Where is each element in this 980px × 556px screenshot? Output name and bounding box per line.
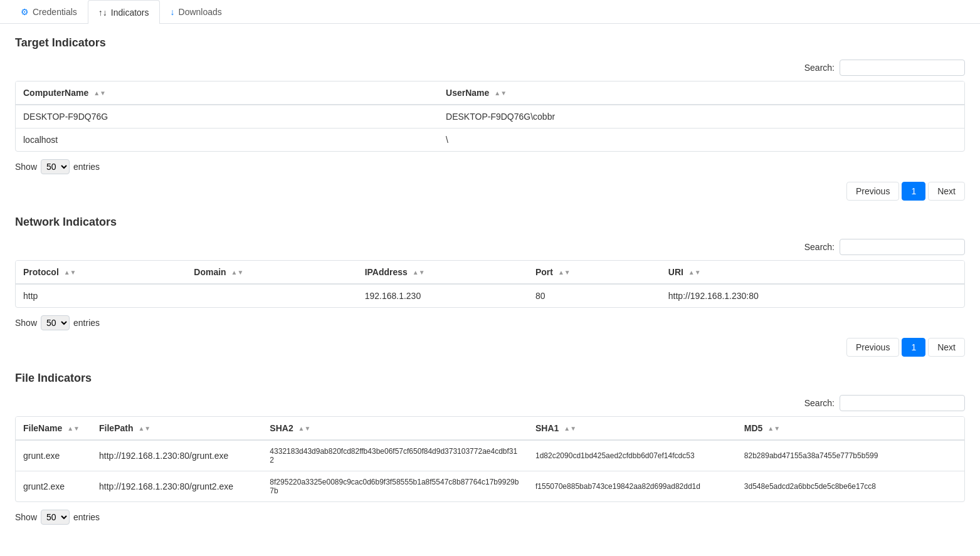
table-row: localhost\ (16, 129, 964, 152)
target-entries-select[interactable]: 50 (41, 159, 70, 174)
file-search-row: Search: (15, 395, 965, 411)
file-cell-md5: 82b289abd47155a38a7455e777b5b599 (737, 440, 964, 471)
target-table: ComputerName ▲▼ UserName ▲▼ DESKTOP-F9DQ… (16, 81, 964, 151)
network-cell-ipaddress: 192.168.1.230 (357, 284, 528, 307)
network-col-domain[interactable]: Domain ▲▼ (186, 261, 357, 284)
file-entries-select[interactable]: 50 (41, 510, 70, 525)
target-cell-computername: DESKTOP-F9DQ76G (16, 105, 438, 129)
network-cell-uri: http://192.168.1.230:80 (661, 284, 964, 307)
table-row: grunt2.exehttp://192.168.1.230:80/grunt2… (16, 471, 964, 502)
sort-icon-sha1: ▲▼ (564, 426, 576, 432)
target-table-wrapper: ComputerName ▲▼ UserName ▲▼ DESKTOP-F9DQ… (15, 81, 965, 152)
network-prev-button[interactable]: Previous (846, 338, 899, 357)
main-content: Target Indicators Search: ComputerName ▲… (0, 24, 980, 545)
tab-credentials[interactable]: ⚙ Credentials (10, 0, 88, 23)
sort-icon-domain: ▲▼ (231, 270, 244, 276)
network-col-protocol[interactable]: Protocol ▲▼ (16, 261, 186, 284)
table-row: grunt.exehttp://192.168.1.230:80/grunt.e… (16, 440, 964, 471)
network-entries-label: entries (73, 318, 100, 328)
network-table: Protocol ▲▼ Domain ▲▼ IPAddress ▲▼ Por (16, 261, 964, 307)
target-col-computername[interactable]: ComputerName ▲▼ (16, 81, 438, 105)
file-cell-sha1: 1d82c2090cd1bd425aed2cfdbb6d07ef14fcdc53 (528, 440, 737, 471)
file-col-sha2[interactable]: SHA2 ▲▼ (262, 417, 528, 440)
file-cell-filepath: http://192.168.1.230:80/grunt2.exe (92, 471, 262, 502)
network-show-label: Show (15, 318, 37, 328)
network-show-entries: Show 50 entries (15, 315, 965, 330)
target-show-entries: Show 50 entries (15, 159, 965, 174)
target-show-label: Show (15, 162, 37, 172)
tab-downloads[interactable]: ↓ Downloads (160, 0, 233, 23)
credentials-icon: ⚙ (21, 7, 29, 17)
file-table: FileName ▲▼ FilePath ▲▼ SHA2 ▲▼ SHA1 (16, 417, 964, 501)
sort-icon-md5: ▲▼ (767, 426, 780, 432)
network-page-1-button[interactable]: 1 (902, 338, 925, 357)
file-col-md5[interactable]: MD5 ▲▼ (737, 417, 964, 440)
sort-icon-protocol: ▲▼ (64, 270, 76, 276)
file-cell-filepath: http://192.168.1.230:80/grunt.exe (92, 440, 262, 471)
target-indicators-section: Target Indicators Search: ComputerName ▲… (15, 36, 965, 201)
file-cell-sha2: 4332183d43d9ab820fcd82ffb43be06f57cf650f… (262, 440, 528, 471)
sort-icon-computername: ▲▼ (93, 90, 106, 97)
tabs-nav: ⚙ Credentials ↑↓ Indicators ↓ Downloads (0, 0, 980, 24)
file-show-label: Show (15, 512, 37, 522)
sort-icon-filepath: ▲▼ (138, 426, 150, 432)
file-entries-label: entries (73, 512, 100, 522)
file-cell-md5: 3d548e5adcd2a6bbc5de5c8be6e17cc8 (737, 471, 964, 502)
target-page-1-button[interactable]: 1 (902, 182, 925, 201)
target-prev-button[interactable]: Previous (846, 182, 899, 201)
file-cell-sha1: f155070e885bab743ce19842aa82d699ad82dd1d (528, 471, 737, 502)
sort-icon-sha2: ▲▼ (298, 426, 311, 432)
sort-icon-filename: ▲▼ (67, 426, 80, 432)
network-indicators-title: Network Indicators (15, 216, 965, 229)
target-entries-label: entries (73, 162, 100, 172)
file-cell-filename: grunt2.exe (16, 471, 92, 502)
sort-icon-port: ▲▼ (558, 270, 571, 276)
target-search-input[interactable] (840, 60, 965, 76)
network-col-port[interactable]: Port ▲▼ (528, 261, 661, 284)
tab-credentials-label: Credentials (33, 7, 77, 17)
network-cell-domain (186, 284, 357, 307)
sort-icon-uri: ▲▼ (688, 270, 701, 276)
file-col-sha1[interactable]: SHA1 ▲▼ (528, 417, 737, 440)
target-search-row: Search: (15, 60, 965, 76)
target-next-button[interactable]: Next (928, 182, 965, 201)
table-row: http192.168.1.23080http://192.168.1.230:… (16, 284, 964, 307)
target-cell-username: DESKTOP-F9DQ76G\cobbr (438, 105, 964, 129)
file-cell-filename: grunt.exe (16, 440, 92, 471)
tab-downloads-label: Downloads (179, 7, 222, 17)
file-show-entries: Show 50 entries (15, 510, 965, 525)
file-search-label: Search: (804, 398, 835, 408)
network-search-row: Search: (15, 239, 965, 255)
downloads-icon: ↓ (171, 7, 175, 17)
file-search-input[interactable] (840, 395, 965, 411)
network-col-ipaddress[interactable]: IPAddress ▲▼ (357, 261, 528, 284)
target-col-username[interactable]: UserName ▲▼ (438, 81, 964, 105)
network-search-input[interactable] (840, 239, 965, 255)
target-cell-username: \ (438, 129, 964, 152)
tab-indicators[interactable]: ↑↓ Indicators (88, 0, 160, 24)
network-cell-protocol: http (16, 284, 186, 307)
sort-icon-ipaddress: ▲▼ (413, 270, 425, 276)
network-col-uri[interactable]: URI ▲▼ (661, 261, 964, 284)
file-col-filepath[interactable]: FilePath ▲▼ (92, 417, 262, 440)
network-next-button[interactable]: Next (928, 338, 965, 357)
network-search-label: Search: (804, 242, 835, 252)
network-table-wrapper: Protocol ▲▼ Domain ▲▼ IPAddress ▲▼ Por (15, 260, 965, 308)
tab-indicators-label: Indicators (111, 8, 149, 18)
file-table-wrapper: FileName ▲▼ FilePath ▲▼ SHA2 ▲▼ SHA1 (15, 416, 965, 502)
target-search-label: Search: (804, 63, 835, 73)
network-indicators-section: Network Indicators Search: Protocol ▲▼ D… (15, 216, 965, 357)
file-indicators-title: File Indicators (15, 372, 965, 385)
file-indicators-section: File Indicators Search: FileName ▲▼ File… (15, 372, 965, 525)
file-col-filename[interactable]: FileName ▲▼ (16, 417, 92, 440)
sort-icon-username: ▲▼ (494, 90, 507, 97)
network-entries-select[interactable]: 50 (41, 315, 70, 330)
target-indicators-title: Target Indicators (15, 36, 965, 50)
indicators-icon: ↑↓ (98, 8, 107, 18)
table-row: DESKTOP-F9DQ76GDESKTOP-F9DQ76G\cobbr (16, 105, 964, 129)
network-cell-port: 80 (528, 284, 661, 307)
network-pagination: Previous 1 Next (15, 338, 965, 357)
target-cell-computername: localhost (16, 129, 438, 152)
file-cell-sha2: 8f295220a3325e0089c9cac0d6b9f3f58555b1a8… (262, 471, 528, 502)
target-pagination: Previous 1 Next (15, 182, 965, 201)
